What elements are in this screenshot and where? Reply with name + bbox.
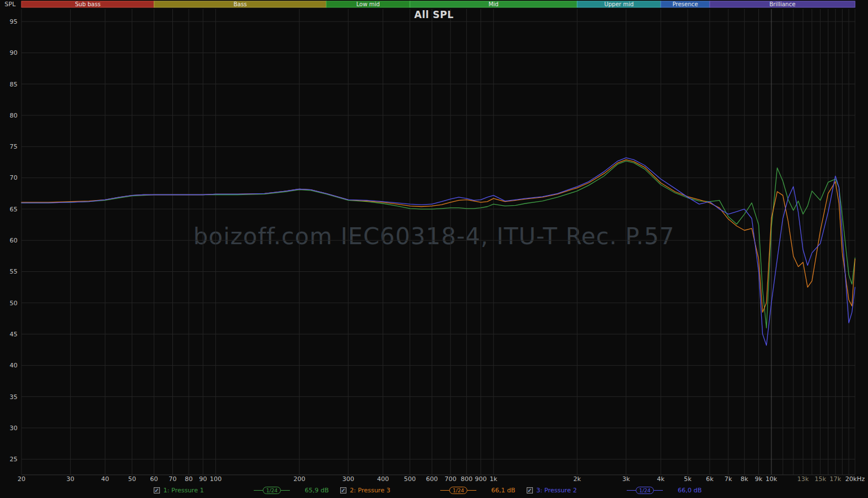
series-3-line-sample [627,490,636,491]
spl-chart-area: boizoff.com IEC60318-4, ITU-T Rec. P.57 … [0,0,868,483]
series-3-visible-checkbox[interactable]: ✓ [527,487,533,493]
checkmark-icon: ✓ [341,487,345,493]
x-tick-labels: 2030405060708090100200300400500600700800… [18,475,865,483]
trace-pressure-2 [21,158,855,345]
x-tick-label: 600 [426,475,438,483]
band-label: Low mid [356,1,380,7]
spl-chart: 253035404550556065707580859095Sub bassBa… [0,0,868,483]
x-tick-label: 8k [741,475,749,483]
y-tick-label: 25 [10,456,18,463]
y-tick-label: 40 [10,362,18,369]
x-tick-label: 9k [755,475,763,483]
x-tick-label: 13k [797,475,809,483]
x-tick-label: 70 [169,475,177,483]
y-tick-label: 30 [10,425,18,432]
band-label: Brilliance [769,1,795,7]
x-tick-label: 400 [377,475,389,483]
y-tick-label: 65 [10,206,18,213]
legend-entry-2: ✓ 2: Pressure 3 1/24 66,1 dB [340,487,515,494]
band-label: Upper mid [604,1,633,7]
x-tick-label: 700 [445,475,457,483]
x-tick-label: 80 [185,475,193,483]
series-3-label[interactable]: 3: Pressure 2 [536,487,627,494]
x-tick-label: 5k [684,475,692,483]
x-tick-label: 10k [766,475,778,483]
x-tick-label: 800 [461,475,472,483]
y-tick-label: 50 [10,300,18,307]
y-tick-label: 75 [10,143,18,150]
y-tick-label: 55 [10,268,18,275]
checkmark-icon: ✓ [154,487,159,493]
legend-entry-3: ✓ 3: Pressure 2 1/24 66,0 dB [527,487,702,494]
x-tick-label: 500 [404,475,416,483]
band-label: Presence [672,1,698,7]
x-tick-label: 7k [724,475,732,483]
x-tick-label: 200 [293,475,305,483]
x-tick-label: 15k [814,475,826,483]
series-1-label[interactable]: 1: Pressure 1 [163,487,254,494]
series-1-smoothing-badge[interactable]: 1/24 [263,487,281,494]
legend-entry-1: ✓ 1: Pressure 1 1/24 65,9 dB [154,487,329,494]
x-tick-label: 2k [574,475,581,483]
y-axis-unit-label: SPL [5,1,16,8]
trace-pressure-3 [21,160,855,313]
x-tick-label: 100 [210,475,222,483]
x-tick-label: 300 [342,475,354,483]
grid-vertical [21,9,855,475]
checkmark-icon: ✓ [527,487,532,493]
legend-bar: ✓ 1: Pressure 1 1/24 65,9 dB ✓ 2: Pressu… [0,483,868,498]
x-tick-label: 17k [830,475,841,483]
series-2-line-sample [440,490,449,491]
series-2-label[interactable]: 2: Pressure 3 [350,487,440,494]
x-tick-label: 30 [67,475,75,483]
x-tick-label: 90 [199,475,207,483]
y-tick-label: 80 [10,112,18,119]
x-tick-label: 900 [475,475,487,483]
x-tick-label: 3k [622,475,630,483]
x-tick-label: 6k [706,475,714,483]
y-tick-label: 70 [10,174,18,181]
y-tick-label: 60 [10,237,18,244]
y-tick-label: 35 [10,393,18,401]
series-2-level-value: 66,1 dB [491,487,515,494]
frequency-bands: Sub bassBassLow midMidUpper midPresenceB… [21,1,855,7]
series-1-line-sample [281,490,290,491]
x-tick-label: 1k [490,475,498,483]
y-tick-label: 85 [10,81,18,88]
series-2-visible-checkbox[interactable]: ✓ [340,487,346,493]
y-tick-label: 45 [10,331,18,338]
x-tick-label: 40 [101,475,109,483]
series-3-smoothing-badge[interactable]: 1/24 [636,487,654,494]
series-1-level-value: 65,9 dB [305,487,329,494]
x-tick-label: 20 [18,475,25,483]
series-2-smoothing-badge[interactable]: 1/24 [449,487,467,494]
y-tick-label: 90 [10,49,18,57]
band-label: Bass [233,1,246,7]
series-3-line-sample [654,490,663,491]
band-label: Sub bass [75,1,101,7]
y-tick-label: 95 [10,18,18,25]
series-1-line-sample [254,490,263,491]
series-1-visible-checkbox[interactable]: ✓ [154,487,160,493]
series-2-line-sample [467,490,476,491]
band-label: Mid [488,1,498,7]
x-tick-label: 50 [128,475,136,483]
series-3-level-value: 66,0 dB [678,487,702,494]
x-tick-label: 4k [657,475,665,483]
x-tick-label: 20kHz [845,475,865,483]
x-tick-label: 60 [150,475,158,483]
